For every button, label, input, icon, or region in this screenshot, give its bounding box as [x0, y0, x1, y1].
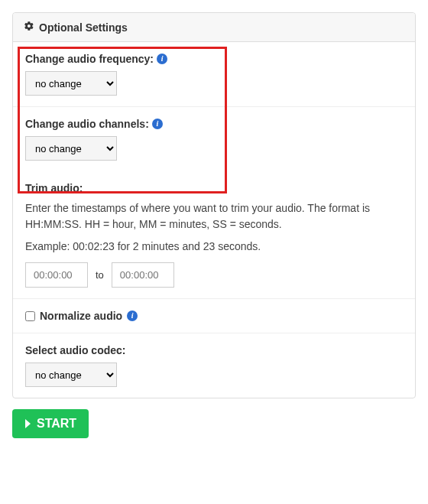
change-frequency-section: Change audio frequency: i no change [13, 42, 415, 107]
optional-settings-panel: Optional Settings Change audio frequency… [12, 12, 416, 398]
change-channels-section: Change audio channels: i no change [13, 107, 415, 171]
panel-header: Optional Settings [13, 13, 415, 42]
change-frequency-select[interactable]: no change [25, 71, 117, 96]
highlighted-region: Change audio frequency: i no change Chan… [13, 42, 415, 171]
panel-title: Optional Settings [39, 21, 128, 34]
trim-example: Example: 00:02:23 for 2 minutes and 23 s… [25, 239, 403, 255]
info-icon[interactable]: i [127, 311, 138, 321]
trim-end-input[interactable] [112, 262, 174, 288]
change-channels-label: Change audio channels: i [25, 118, 403, 130]
info-icon[interactable]: i [157, 54, 167, 64]
chevron-right-icon [24, 418, 32, 429]
codec-section: Select audio codec: no change [13, 333, 415, 398]
change-channels-select[interactable]: no change [25, 136, 117, 161]
trim-audio-section: Trim audio: Enter the timestamps of wher… [13, 171, 415, 299]
normalize-label: Normalize audio [40, 310, 122, 322]
normalize-row[interactable]: Normalize audio i [25, 310, 403, 322]
trim-audio-label: Trim audio: [25, 182, 403, 194]
change-frequency-label: Change audio frequency: i [25, 53, 403, 65]
start-button-label: START [37, 417, 76, 431]
info-icon[interactable]: i [152, 119, 163, 129]
trim-to-label: to [96, 269, 104, 281]
codec-select[interactable]: no change [25, 363, 117, 387]
gear-icon [24, 21, 34, 34]
trim-description: Enter the timestamps of where you want t… [25, 200, 403, 232]
normalize-section: Normalize audio i [13, 299, 415, 333]
normalize-checkbox[interactable] [25, 311, 35, 321]
codec-label: Select audio codec: [25, 344, 403, 356]
trim-start-input[interactable] [25, 262, 88, 288]
start-button[interactable]: START [12, 409, 89, 438]
